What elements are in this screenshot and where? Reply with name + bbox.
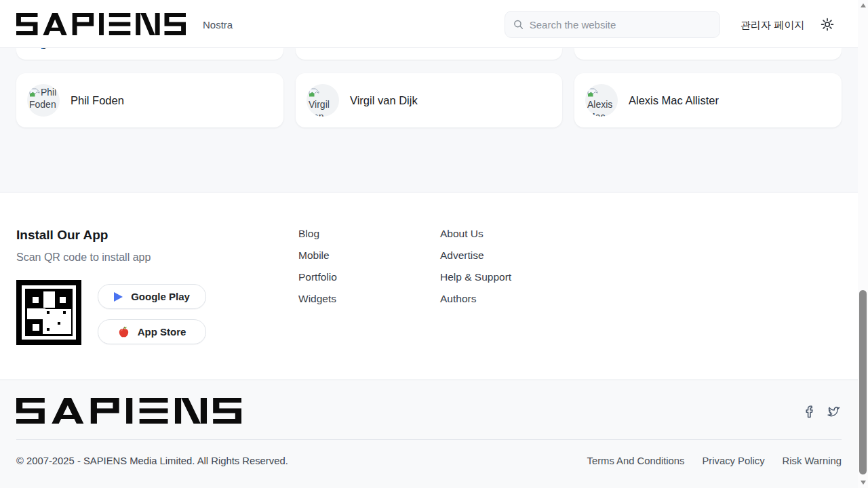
player-name: Alexis Mac Allister	[629, 94, 719, 107]
search-icon	[513, 19, 524, 30]
risk-warning-link[interactable]: Risk Warning	[783, 455, 842, 466]
footer-link-advertise[interactable]: Advertise	[440, 249, 484, 261]
facebook-button[interactable]	[804, 405, 815, 418]
footer-divider	[16, 439, 842, 440]
footer: Install Our App Scan QR code to install …	[0, 192, 858, 380]
admin-page-link[interactable]: 관리자 페이지	[741, 19, 804, 32]
avatar-alt-text: Virgil van Dijk	[309, 99, 330, 117]
scroll-up-arrow[interactable]	[861, 3, 866, 7]
footer-link-help-support[interactable]: Help & Support	[440, 271, 511, 283]
footer-link-portfolio[interactable]: Portfolio	[298, 271, 337, 283]
facebook-icon	[804, 405, 815, 418]
search-input[interactable]	[530, 19, 711, 30]
copyright-text: © 2007-2025 - SAPIENS Media Limited. All…	[16, 455, 288, 466]
avatar: Phil Foden	[27, 84, 60, 117]
terms-link[interactable]: Terms And Conditions	[587, 455, 685, 466]
footer-links-column-1: Blog Mobile Portfolio Widgets	[298, 228, 337, 315]
apple-icon	[118, 326, 130, 338]
sapiens-footer-logo	[16, 398, 241, 424]
avatar-alt-text: Alexis Mac Allister	[587, 99, 616, 117]
avatar: Alexis Mac Allister	[585, 84, 618, 117]
card-phil-foden[interactable]: Phil Foden Phil Foden	[16, 73, 283, 127]
broken-image-icon	[29, 88, 40, 97]
app-store-button[interactable]: App Store	[98, 319, 206, 344]
scroll-down-arrow[interactable]	[861, 481, 866, 485]
search-bar[interactable]	[505, 11, 720, 38]
footer-link-widgets[interactable]: Widgets	[298, 293, 336, 304]
legal-links: Terms And Conditions Privacy Policy Risk…	[587, 455, 842, 466]
avatar: Virgil van Dijk	[307, 84, 339, 117]
cutoff-card[interactable]	[574, 48, 842, 60]
google-play-button[interactable]: Google Play	[98, 284, 206, 309]
footer-link-mobile[interactable]: Mobile	[298, 249, 330, 261]
gear-icon	[821, 18, 834, 31]
footer-links-column-2: About Us Advertise Help & Support Author…	[440, 228, 511, 315]
player-name: Phil Foden	[71, 94, 124, 107]
footer-bottom-bar: © 2007-2025 - SAPIENS Media Limited. All…	[0, 380, 858, 488]
google-play-icon	[114, 292, 123, 302]
card-virgil-van-dijk[interactable]: Virgil van Dijk Virgil van Dijk	[296, 73, 562, 127]
install-app-subtitle: Scan QR code to install app	[16, 251, 151, 264]
social-links	[804, 405, 840, 418]
footer-link-authors[interactable]: Authors	[440, 293, 476, 304]
app-store-label: App Store	[138, 326, 186, 338]
broken-image-icon	[587, 88, 598, 97]
card-alexis-mac-allister[interactable]: Alexis Mac Allister Alexis Mac Allister	[574, 73, 842, 127]
twitter-button[interactable]	[827, 406, 840, 418]
footer-link-blog[interactable]: Blog	[298, 228, 319, 239]
player-name: Virgil van Dijk	[350, 94, 418, 107]
cutoff-card[interactable]	[16, 48, 283, 60]
install-app-title: Install Our App	[16, 228, 108, 243]
top-navbar: Nostra 관리자 페이지	[0, 0, 858, 48]
qr-code	[16, 280, 81, 345]
cutoff-card[interactable]	[296, 48, 562, 60]
broken-image-icon	[309, 88, 319, 97]
site-subtitle: Nostra	[203, 19, 233, 30]
sapiens-logo[interactable]	[16, 13, 186, 35]
footer-link-about-us[interactable]: About Us	[440, 228, 484, 239]
settings-button[interactable]	[821, 18, 834, 31]
scrollbar-thumb[interactable]	[859, 290, 867, 474]
twitter-icon	[827, 406, 840, 418]
vertical-scrollbar[interactable]	[858, 0, 868, 488]
privacy-policy-link[interactable]: Privacy Policy	[702, 455, 764, 466]
google-play-label: Google Play	[131, 291, 190, 302]
